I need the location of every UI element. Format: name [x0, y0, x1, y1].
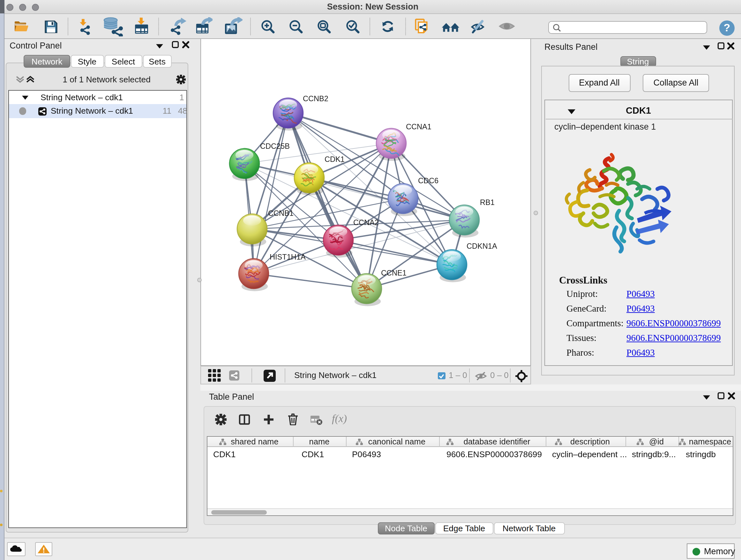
svg-text:RB1: RB1 — [480, 198, 495, 206]
svg-text:CCNA1: CCNA1 — [406, 122, 431, 131]
svg-text:CCNB2: CCNB2 — [303, 94, 328, 103]
svg-text:CDC6: CDC6 — [418, 176, 439, 185]
svg-text:CCNB1: CCNB1 — [268, 209, 293, 217]
svg-text:CDC25B: CDC25B — [260, 142, 290, 150]
svg-text:CDKN1A: CDKN1A — [467, 242, 497, 250]
svg-text:CCNA2: CCNA2 — [353, 218, 379, 226]
svg-text:CDK1: CDK1 — [325, 155, 345, 163]
svg-text:HIST1H1A: HIST1H1A — [270, 253, 306, 261]
svg-text:CCNE1: CCNE1 — [381, 268, 407, 277]
